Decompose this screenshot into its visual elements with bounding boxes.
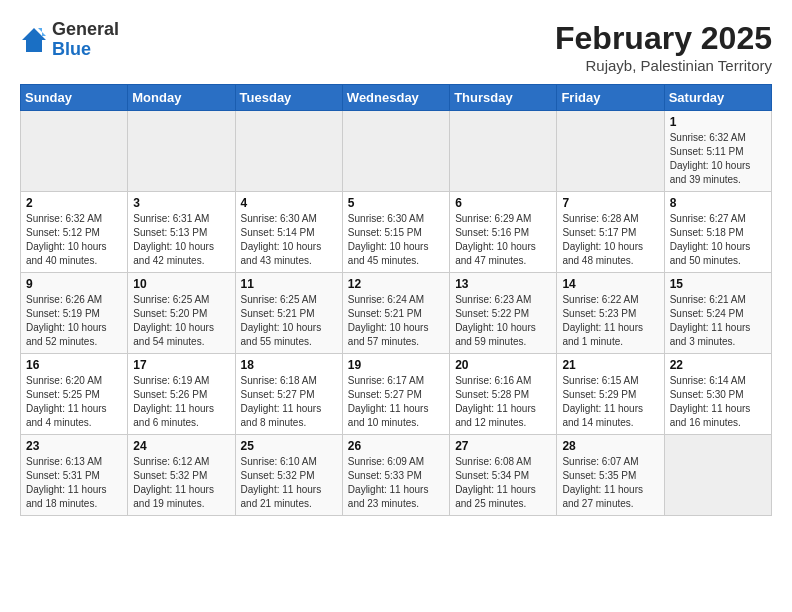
calendar-cell (235, 111, 342, 192)
day-number: 17 (133, 358, 229, 372)
day-number: 11 (241, 277, 337, 291)
day-number: 19 (348, 358, 444, 372)
day-info: Sunrise: 6:16 AM Sunset: 5:28 PM Dayligh… (455, 374, 551, 430)
day-info: Sunrise: 6:31 AM Sunset: 5:13 PM Dayligh… (133, 212, 229, 268)
day-info: Sunrise: 6:30 AM Sunset: 5:15 PM Dayligh… (348, 212, 444, 268)
calendar-cell (450, 111, 557, 192)
calendar-cell (128, 111, 235, 192)
calendar-cell: 7Sunrise: 6:28 AM Sunset: 5:17 PM Daylig… (557, 192, 664, 273)
day-info: Sunrise: 6:22 AM Sunset: 5:23 PM Dayligh… (562, 293, 658, 349)
weekday-header-monday: Monday (128, 85, 235, 111)
day-info: Sunrise: 6:30 AM Sunset: 5:14 PM Dayligh… (241, 212, 337, 268)
day-number: 5 (348, 196, 444, 210)
calendar-table: SundayMondayTuesdayWednesdayThursdayFrid… (20, 84, 772, 516)
day-number: 27 (455, 439, 551, 453)
day-info: Sunrise: 6:23 AM Sunset: 5:22 PM Dayligh… (455, 293, 551, 349)
calendar-cell: 5Sunrise: 6:30 AM Sunset: 5:15 PM Daylig… (342, 192, 449, 273)
day-info: Sunrise: 6:10 AM Sunset: 5:32 PM Dayligh… (241, 455, 337, 511)
calendar-cell: 24Sunrise: 6:12 AM Sunset: 5:32 PM Dayli… (128, 435, 235, 516)
calendar-week-row: 16Sunrise: 6:20 AM Sunset: 5:25 PM Dayli… (21, 354, 772, 435)
calendar-cell: 23Sunrise: 6:13 AM Sunset: 5:31 PM Dayli… (21, 435, 128, 516)
day-info: Sunrise: 6:17 AM Sunset: 5:27 PM Dayligh… (348, 374, 444, 430)
location: Rujayb, Palestinian Territory (555, 57, 772, 74)
day-number: 23 (26, 439, 122, 453)
day-number: 12 (348, 277, 444, 291)
day-info: Sunrise: 6:09 AM Sunset: 5:33 PM Dayligh… (348, 455, 444, 511)
calendar-week-row: 9Sunrise: 6:26 AM Sunset: 5:19 PM Daylig… (21, 273, 772, 354)
calendar-cell: 13Sunrise: 6:23 AM Sunset: 5:22 PM Dayli… (450, 273, 557, 354)
calendar-cell (21, 111, 128, 192)
calendar-cell: 6Sunrise: 6:29 AM Sunset: 5:16 PM Daylig… (450, 192, 557, 273)
calendar-cell: 8Sunrise: 6:27 AM Sunset: 5:18 PM Daylig… (664, 192, 771, 273)
logo: General Blue (20, 20, 119, 60)
day-number: 26 (348, 439, 444, 453)
weekday-header-sunday: Sunday (21, 85, 128, 111)
day-number: 25 (241, 439, 337, 453)
weekday-header-row: SundayMondayTuesdayWednesdayThursdayFrid… (21, 85, 772, 111)
calendar-cell: 28Sunrise: 6:07 AM Sunset: 5:35 PM Dayli… (557, 435, 664, 516)
weekday-header-thursday: Thursday (450, 85, 557, 111)
calendar-week-row: 2Sunrise: 6:32 AM Sunset: 5:12 PM Daylig… (21, 192, 772, 273)
day-number: 20 (455, 358, 551, 372)
day-number: 7 (562, 196, 658, 210)
day-number: 21 (562, 358, 658, 372)
page-header: General Blue February 2025 Rujayb, Pales… (20, 20, 772, 74)
day-info: Sunrise: 6:19 AM Sunset: 5:26 PM Dayligh… (133, 374, 229, 430)
day-number: 1 (670, 115, 766, 129)
day-info: Sunrise: 6:20 AM Sunset: 5:25 PM Dayligh… (26, 374, 122, 430)
calendar-cell: 10Sunrise: 6:25 AM Sunset: 5:20 PM Dayli… (128, 273, 235, 354)
day-number: 6 (455, 196, 551, 210)
day-info: Sunrise: 6:13 AM Sunset: 5:31 PM Dayligh… (26, 455, 122, 511)
calendar-cell (664, 435, 771, 516)
calendar-cell: 18Sunrise: 6:18 AM Sunset: 5:27 PM Dayli… (235, 354, 342, 435)
day-number: 24 (133, 439, 229, 453)
calendar-cell: 20Sunrise: 6:16 AM Sunset: 5:28 PM Dayli… (450, 354, 557, 435)
calendar-cell: 21Sunrise: 6:15 AM Sunset: 5:29 PM Dayli… (557, 354, 664, 435)
calendar-cell: 9Sunrise: 6:26 AM Sunset: 5:19 PM Daylig… (21, 273, 128, 354)
day-number: 28 (562, 439, 658, 453)
calendar-cell: 2Sunrise: 6:32 AM Sunset: 5:12 PM Daylig… (21, 192, 128, 273)
day-number: 10 (133, 277, 229, 291)
day-info: Sunrise: 6:26 AM Sunset: 5:19 PM Dayligh… (26, 293, 122, 349)
day-info: Sunrise: 6:15 AM Sunset: 5:29 PM Dayligh… (562, 374, 658, 430)
calendar-cell: 27Sunrise: 6:08 AM Sunset: 5:34 PM Dayli… (450, 435, 557, 516)
calendar-cell: 15Sunrise: 6:21 AM Sunset: 5:24 PM Dayli… (664, 273, 771, 354)
day-number: 2 (26, 196, 122, 210)
calendar-cell: 3Sunrise: 6:31 AM Sunset: 5:13 PM Daylig… (128, 192, 235, 273)
calendar-cell (342, 111, 449, 192)
calendar-cell: 1Sunrise: 6:32 AM Sunset: 5:11 PM Daylig… (664, 111, 771, 192)
day-info: Sunrise: 6:07 AM Sunset: 5:35 PM Dayligh… (562, 455, 658, 511)
day-number: 22 (670, 358, 766, 372)
weekday-header-saturday: Saturday (664, 85, 771, 111)
day-info: Sunrise: 6:28 AM Sunset: 5:17 PM Dayligh… (562, 212, 658, 268)
day-number: 14 (562, 277, 658, 291)
calendar-cell: 12Sunrise: 6:24 AM Sunset: 5:21 PM Dayli… (342, 273, 449, 354)
day-info: Sunrise: 6:24 AM Sunset: 5:21 PM Dayligh… (348, 293, 444, 349)
day-info: Sunrise: 6:18 AM Sunset: 5:27 PM Dayligh… (241, 374, 337, 430)
day-number: 18 (241, 358, 337, 372)
calendar-cell: 26Sunrise: 6:09 AM Sunset: 5:33 PM Dayli… (342, 435, 449, 516)
calendar-cell: 25Sunrise: 6:10 AM Sunset: 5:32 PM Dayli… (235, 435, 342, 516)
day-info: Sunrise: 6:14 AM Sunset: 5:30 PM Dayligh… (670, 374, 766, 430)
day-info: Sunrise: 6:32 AM Sunset: 5:11 PM Dayligh… (670, 131, 766, 187)
weekday-header-wednesday: Wednesday (342, 85, 449, 111)
calendar-cell: 4Sunrise: 6:30 AM Sunset: 5:14 PM Daylig… (235, 192, 342, 273)
day-number: 15 (670, 277, 766, 291)
month-year: February 2025 (555, 20, 772, 57)
calendar-cell: 14Sunrise: 6:22 AM Sunset: 5:23 PM Dayli… (557, 273, 664, 354)
calendar-cell: 16Sunrise: 6:20 AM Sunset: 5:25 PM Dayli… (21, 354, 128, 435)
calendar-cell (557, 111, 664, 192)
day-number: 16 (26, 358, 122, 372)
day-info: Sunrise: 6:08 AM Sunset: 5:34 PM Dayligh… (455, 455, 551, 511)
logo-general-text: General (52, 20, 119, 40)
logo-icon (20, 26, 48, 54)
day-info: Sunrise: 6:12 AM Sunset: 5:32 PM Dayligh… (133, 455, 229, 511)
svg-marker-0 (22, 28, 46, 52)
day-number: 4 (241, 196, 337, 210)
weekday-header-friday: Friday (557, 85, 664, 111)
calendar-week-row: 23Sunrise: 6:13 AM Sunset: 5:31 PM Dayli… (21, 435, 772, 516)
day-number: 3 (133, 196, 229, 210)
logo-blue-text: Blue (52, 40, 119, 60)
day-number: 8 (670, 196, 766, 210)
title-block: February 2025 Rujayb, Palestinian Territ… (555, 20, 772, 74)
